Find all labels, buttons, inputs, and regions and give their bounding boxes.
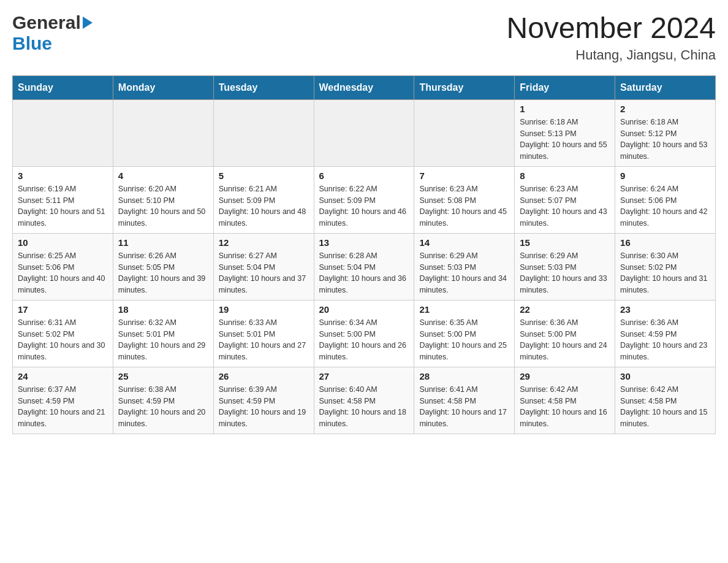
day-info: Sunrise: 6:42 AM Sunset: 4:58 PM Dayligh… [520, 384, 610, 430]
day-number: 18 [118, 304, 208, 315]
calendar-week-5: 24Sunrise: 6:37 AM Sunset: 4:59 PM Dayli… [13, 367, 716, 434]
day-info: Sunrise: 6:18 AM Sunset: 5:12 PM Dayligh… [620, 117, 710, 163]
table-row: 6Sunrise: 6:22 AM Sunset: 5:09 PM Daylig… [314, 166, 414, 233]
calendar-week-3: 10Sunrise: 6:25 AM Sunset: 5:06 PM Dayli… [13, 233, 716, 300]
table-row: 4Sunrise: 6:20 AM Sunset: 5:10 PM Daylig… [113, 166, 213, 233]
page-header: General Blue November 2024 Hutang, Jiang… [12, 12, 716, 63]
day-number: 25 [118, 371, 208, 381]
day-info: Sunrise: 6:27 AM Sunset: 5:04 PM Dayligh… [219, 250, 309, 296]
day-info: Sunrise: 6:36 AM Sunset: 4:59 PM Dayligh… [620, 317, 710, 363]
day-info: Sunrise: 6:32 AM Sunset: 5:01 PM Dayligh… [118, 317, 208, 363]
day-number: 5 [219, 170, 309, 181]
table-row: 18Sunrise: 6:32 AM Sunset: 5:01 PM Dayli… [113, 300, 213, 367]
table-row [13, 99, 113, 166]
day-info: Sunrise: 6:23 AM Sunset: 5:08 PM Dayligh… [419, 183, 509, 229]
table-row: 23Sunrise: 6:36 AM Sunset: 4:59 PM Dayli… [615, 300, 716, 367]
table-row [213, 99, 314, 166]
day-info: Sunrise: 6:37 AM Sunset: 4:59 PM Dayligh… [18, 384, 108, 430]
logo-blue-text: Blue [12, 33, 52, 54]
col-tuesday: Tuesday [213, 75, 314, 99]
day-info: Sunrise: 6:21 AM Sunset: 5:09 PM Dayligh… [219, 183, 309, 229]
day-number: 8 [520, 170, 610, 181]
table-row: 16Sunrise: 6:30 AM Sunset: 5:02 PM Dayli… [615, 233, 716, 300]
day-info: Sunrise: 6:42 AM Sunset: 4:58 PM Dayligh… [620, 384, 710, 430]
table-row: 3Sunrise: 6:19 AM Sunset: 5:11 PM Daylig… [13, 166, 113, 233]
calendar-week-4: 17Sunrise: 6:31 AM Sunset: 5:02 PM Dayli… [13, 300, 716, 367]
col-wednesday: Wednesday [314, 75, 414, 99]
day-number: 1 [520, 104, 610, 114]
calendar-week-1: 1Sunrise: 6:18 AM Sunset: 5:13 PM Daylig… [13, 99, 716, 166]
table-row: 1Sunrise: 6:18 AM Sunset: 5:13 PM Daylig… [515, 99, 615, 166]
day-info: Sunrise: 6:29 AM Sunset: 5:03 PM Dayligh… [520, 250, 610, 296]
day-number: 30 [620, 371, 710, 381]
table-row: 13Sunrise: 6:28 AM Sunset: 5:04 PM Dayli… [314, 233, 414, 300]
table-row: 11Sunrise: 6:26 AM Sunset: 5:05 PM Dayli… [113, 233, 213, 300]
logo-arrow-icon [83, 17, 93, 29]
col-friday: Friday [515, 75, 615, 99]
table-row: 30Sunrise: 6:42 AM Sunset: 4:58 PM Dayli… [615, 367, 716, 434]
table-row: 12Sunrise: 6:27 AM Sunset: 5:04 PM Dayli… [213, 233, 314, 300]
table-row [414, 99, 515, 166]
table-row [113, 99, 213, 166]
table-row: 7Sunrise: 6:23 AM Sunset: 5:08 PM Daylig… [414, 166, 515, 233]
day-info: Sunrise: 6:28 AM Sunset: 5:04 PM Dayligh… [319, 250, 409, 296]
day-number: 2 [620, 104, 710, 114]
day-number: 10 [18, 237, 108, 248]
day-number: 13 [319, 237, 409, 248]
location-subtitle: Hutang, Jiangsu, China [506, 47, 716, 63]
table-row: 9Sunrise: 6:24 AM Sunset: 5:06 PM Daylig… [615, 166, 716, 233]
col-sunday: Sunday [13, 75, 113, 99]
table-row: 24Sunrise: 6:37 AM Sunset: 4:59 PM Dayli… [13, 367, 113, 434]
day-info: Sunrise: 6:26 AM Sunset: 5:05 PM Dayligh… [118, 250, 208, 296]
day-info: Sunrise: 6:25 AM Sunset: 5:06 PM Dayligh… [18, 250, 108, 296]
day-number: 17 [18, 304, 108, 315]
day-number: 4 [118, 170, 208, 181]
day-number: 21 [419, 304, 509, 315]
day-info: Sunrise: 6:41 AM Sunset: 4:58 PM Dayligh… [419, 384, 509, 430]
table-row: 19Sunrise: 6:33 AM Sunset: 5:01 PM Dayli… [213, 300, 314, 367]
table-row: 20Sunrise: 6:34 AM Sunset: 5:00 PM Dayli… [314, 300, 414, 367]
day-info: Sunrise: 6:31 AM Sunset: 5:02 PM Dayligh… [18, 317, 108, 363]
table-row: 27Sunrise: 6:40 AM Sunset: 4:58 PM Dayli… [314, 367, 414, 434]
table-row: 10Sunrise: 6:25 AM Sunset: 5:06 PM Dayli… [13, 233, 113, 300]
table-row: 26Sunrise: 6:39 AM Sunset: 4:59 PM Dayli… [213, 367, 314, 434]
day-info: Sunrise: 6:30 AM Sunset: 5:02 PM Dayligh… [620, 250, 710, 296]
calendar-week-2: 3Sunrise: 6:19 AM Sunset: 5:11 PM Daylig… [13, 166, 716, 233]
day-number: 11 [118, 237, 208, 248]
day-number: 24 [18, 371, 108, 381]
table-row: 25Sunrise: 6:38 AM Sunset: 4:59 PM Dayli… [113, 367, 213, 434]
col-monday: Monday [113, 75, 213, 99]
day-number: 26 [219, 371, 309, 381]
day-number: 16 [620, 237, 710, 248]
calendar-header-row: Sunday Monday Tuesday Wednesday Thursday… [13, 75, 716, 99]
table-row: 8Sunrise: 6:23 AM Sunset: 5:07 PM Daylig… [515, 166, 615, 233]
day-number: 3 [18, 170, 108, 181]
col-saturday: Saturday [615, 75, 716, 99]
calendar-table: Sunday Monday Tuesday Wednesday Thursday… [12, 75, 716, 434]
day-info: Sunrise: 6:33 AM Sunset: 5:01 PM Dayligh… [219, 317, 309, 363]
day-number: 12 [219, 237, 309, 248]
day-info: Sunrise: 6:40 AM Sunset: 4:58 PM Dayligh… [319, 384, 409, 430]
day-number: 27 [319, 371, 409, 381]
day-number: 19 [219, 304, 309, 315]
table-row: 5Sunrise: 6:21 AM Sunset: 5:09 PM Daylig… [213, 166, 314, 233]
table-row [314, 99, 414, 166]
title-section: November 2024 Hutang, Jiangsu, China [506, 12, 716, 63]
day-number: 9 [620, 170, 710, 181]
day-info: Sunrise: 6:22 AM Sunset: 5:09 PM Dayligh… [319, 183, 409, 229]
table-row: 2Sunrise: 6:18 AM Sunset: 5:12 PM Daylig… [615, 99, 716, 166]
day-number: 22 [520, 304, 610, 315]
month-year-title: November 2024 [506, 12, 716, 45]
day-number: 14 [419, 237, 509, 248]
day-info: Sunrise: 6:35 AM Sunset: 5:00 PM Dayligh… [419, 317, 509, 363]
table-row: 15Sunrise: 6:29 AM Sunset: 5:03 PM Dayli… [515, 233, 615, 300]
day-number: 7 [419, 170, 509, 181]
day-info: Sunrise: 6:20 AM Sunset: 5:10 PM Dayligh… [118, 183, 208, 229]
table-row: 22Sunrise: 6:36 AM Sunset: 5:00 PM Dayli… [515, 300, 615, 367]
table-row: 17Sunrise: 6:31 AM Sunset: 5:02 PM Dayli… [13, 300, 113, 367]
day-info: Sunrise: 6:39 AM Sunset: 4:59 PM Dayligh… [219, 384, 309, 430]
table-row: 28Sunrise: 6:41 AM Sunset: 4:58 PM Dayli… [414, 367, 515, 434]
day-number: 23 [620, 304, 710, 315]
day-number: 6 [319, 170, 409, 181]
day-info: Sunrise: 6:23 AM Sunset: 5:07 PM Dayligh… [520, 183, 610, 229]
